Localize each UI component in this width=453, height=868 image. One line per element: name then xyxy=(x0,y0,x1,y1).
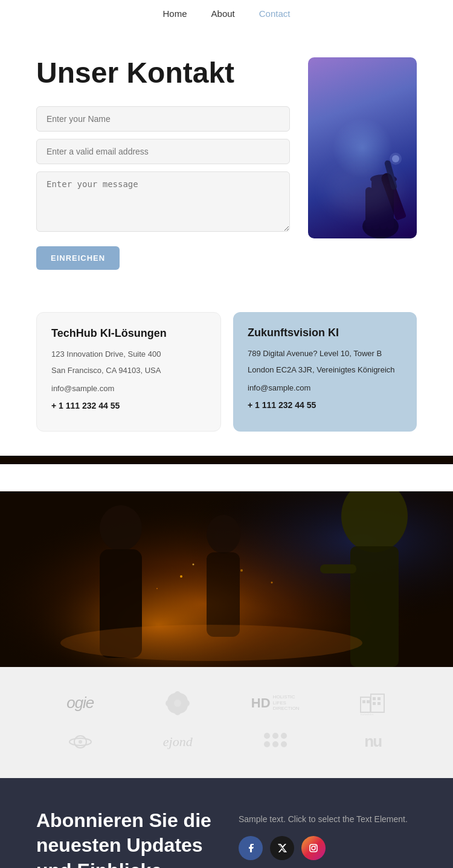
footer-section: Abonnieren Sie die neuesten Updates und … xyxy=(0,778,453,868)
hero-title: Unser Kontakt xyxy=(36,57,290,89)
logos-grid: ogie HD HOLISTICLIFESDIREC xyxy=(36,691,417,754)
card-techhub-phone: + 1 111 232 44 55 xyxy=(51,399,206,412)
submit-button[interactable]: EINREICHEN xyxy=(36,246,120,270)
svg-point-21 xyxy=(180,575,182,578)
card-zukunft-email: info@sample.com xyxy=(248,382,402,395)
footer-right: Sample text. Click to select the Text El… xyxy=(239,808,417,868)
image-nav-about[interactable]: About xyxy=(211,473,235,483)
cards-section: TechHub KI-Lösungen 123 Innovation Drive… xyxy=(0,294,453,456)
card-techhub-address1: 123 Innovation Drive, Suite 400 xyxy=(51,348,206,361)
card-techhub: TechHub KI-Lösungen 123 Innovation Drive… xyxy=(36,312,221,432)
facebook-icon[interactable] xyxy=(239,836,263,860)
logo-ogie: ogie xyxy=(66,694,94,712)
svg-rect-37 xyxy=(362,700,365,703)
footer-sample-text-top[interactable]: Sample text. Click to select the Text El… xyxy=(239,814,417,824)
logo-dots xyxy=(262,731,289,753)
card-zukunft-title: Zukunftsvision KI xyxy=(248,327,402,339)
logo-saturn xyxy=(68,730,92,754)
card-techhub-email: info@sample.com xyxy=(51,383,206,395)
logo-brighto: brighto xyxy=(358,691,388,715)
instagram-svg xyxy=(309,843,318,853)
svg-rect-39 xyxy=(373,697,376,700)
footer-content: Abonnieren Sie die neuesten Updates und … xyxy=(36,808,417,868)
nav-about[interactable]: About xyxy=(211,8,235,19)
name-input[interactable] xyxy=(36,106,290,132)
svg-point-51 xyxy=(272,741,278,747)
svg-rect-41 xyxy=(373,702,376,705)
svg-point-8 xyxy=(390,153,402,165)
svg-point-24 xyxy=(240,569,243,572)
svg-point-46 xyxy=(79,740,82,744)
logo-flower xyxy=(165,691,190,715)
image-nav: Home About Contact xyxy=(0,464,453,491)
footer-left: Abonnieren Sie die neuesten Updates und … xyxy=(36,808,214,868)
logo-ejond: ejond xyxy=(163,734,193,750)
name-field-group xyxy=(36,106,290,132)
dots-icon xyxy=(262,731,289,753)
svg-point-47 xyxy=(264,733,270,739)
facebook-svg xyxy=(245,843,256,854)
building-icon: brighto xyxy=(358,691,388,715)
hero-section: Unser Kontakt EINREICHEN xyxy=(0,27,453,294)
card-zukunft-phone: + 1 111 232 44 55 xyxy=(248,398,402,412)
nav-contact[interactable]: Contact xyxy=(259,8,291,19)
hero-image-container xyxy=(308,57,417,238)
svg-rect-2 xyxy=(365,187,373,229)
svg-point-18 xyxy=(207,515,240,554)
svg-point-22 xyxy=(193,563,194,565)
svg-point-52 xyxy=(281,741,287,747)
x-svg xyxy=(277,843,287,853)
card-techhub-address2: San Francisco, CA 94103, USA xyxy=(51,365,206,377)
logo-hd: HD HOLISTICLIFESDIRECTION xyxy=(251,694,300,712)
twitter-x-icon[interactable] xyxy=(270,836,294,860)
svg-point-34 xyxy=(174,700,181,707)
nav-home[interactable]: Home xyxy=(163,8,187,19)
email-field-group xyxy=(36,139,290,164)
svg-text:brighto: brighto xyxy=(361,713,374,715)
card-techhub-title: TechHub KI-Lösungen xyxy=(51,327,206,340)
svg-rect-42 xyxy=(378,702,381,705)
flower-icon xyxy=(165,691,190,715)
svg-rect-14 xyxy=(350,546,399,667)
svg-point-25 xyxy=(271,581,273,583)
hero-left: Unser Kontakt EINREICHEN xyxy=(36,57,290,270)
hand-icon xyxy=(350,142,411,238)
full-width-image: Home About Contact xyxy=(0,456,453,667)
message-field-group xyxy=(36,171,290,234)
svg-rect-19 xyxy=(207,552,240,637)
svg-rect-4 xyxy=(387,184,394,229)
svg-rect-40 xyxy=(378,697,381,700)
social-icons xyxy=(239,836,417,860)
svg-rect-15 xyxy=(320,564,356,573)
svg-point-49 xyxy=(281,733,287,739)
image-nav-contact[interactable]: Contact xyxy=(259,473,291,483)
svg-point-55 xyxy=(315,845,316,846)
hero-image xyxy=(308,57,417,238)
svg-point-48 xyxy=(272,733,278,739)
svg-point-23 xyxy=(156,588,158,589)
email-input[interactable] xyxy=(36,139,290,164)
card-zukunft-address1: 789 Digital Avenue? Level 10, Tower B xyxy=(248,348,402,360)
svg-rect-38 xyxy=(367,700,370,703)
footer-title: Abonnieren Sie die neuesten Updates und … xyxy=(36,808,214,868)
svg-point-50 xyxy=(264,741,270,747)
svg-rect-1 xyxy=(371,178,380,229)
logo-nu: nu xyxy=(364,732,381,751)
logos-section: ogie HD HOLISTICLIFESDIREC xyxy=(0,667,453,778)
card-zukunft: Zukunftsvision KI 789 Digital Avenue? Le… xyxy=(233,312,417,432)
svg-point-16 xyxy=(100,505,142,551)
card-zukunft-address2: London EC2A 3JR, Vereinigtes Königreich xyxy=(248,364,402,377)
message-input[interactable] xyxy=(36,171,290,232)
svg-point-20 xyxy=(60,625,362,661)
main-nav: Home About Contact xyxy=(0,0,453,27)
svg-rect-35 xyxy=(361,697,370,712)
svg-point-54 xyxy=(312,846,315,850)
saturn-icon xyxy=(68,730,92,754)
instagram-icon[interactable] xyxy=(301,836,326,860)
image-nav-home[interactable]: Home xyxy=(163,473,187,483)
svg-rect-3 xyxy=(380,181,387,229)
